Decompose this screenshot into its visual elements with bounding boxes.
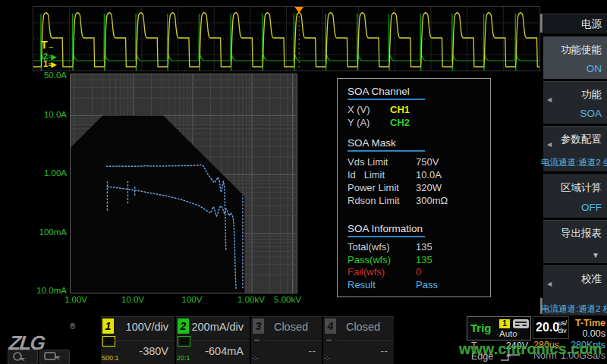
timebase-box[interactable]: 20.0 us/ div [533,316,569,339]
sidebar-scroll-indicator-top[interactable] [540,14,543,33]
divider [115,340,175,341]
rdson-limit-row: Rdson Limit 300mΩ [348,195,486,207]
id-limit-label: Id Limit [348,169,385,180]
channel-4-scale: Closed [338,321,388,333]
trig-label: Trig [470,322,492,334]
channel-2-probe-ratio: 20:1 [177,354,190,362]
channel-3-scale: Closed [266,321,316,333]
sidebar-item-calibration[interactable]: ◀ 校准 电流通道:通道2 校 [543,265,607,318]
soa-information-title: SOA Information [348,223,423,234]
soa-y-channel-row: Y (A) CH2 [348,117,486,129]
channel-1-offset: -380V [116,345,168,357]
calibration-label: 校准 [581,272,602,286]
watermark: www.cntronics.com [459,340,607,358]
total-wfs-label: Total(wfs) [348,241,390,253]
brand-logo: ZLG ® [5,318,99,363]
oscilloscope-screen: { "device": {"brand": "ZLG"}, "icons": {… [0,0,607,364]
fail-wfs-label: Fail(wfs) [348,266,385,278]
channel-4-offset: -- [338,345,388,357]
trigger-dc-coupling-icon [513,319,529,328]
fail-wfs-value: 0 [416,266,421,278]
y-tick-1a: 1.00A [29,168,67,177]
channel-2-scale: 200mA/div [191,321,244,333]
fail-wfs-row: Fail(wfs) 0 [348,266,486,278]
area-calc-value: OFF [581,202,602,213]
tap-gesture-icon[interactable] [39,350,70,364]
function-value: SOA [580,108,602,119]
dc-coupling-icon [178,336,190,347]
rdson-limit-label: Rdson Limit [348,195,400,206]
sidebar-item-parameter-config[interactable]: ◀ 参数配置 电流通道:通道2 坐 [543,126,607,171]
vds-limit-row: Vds Limit 750V [348,156,486,168]
x-tick-5kv: 5.00kV [271,295,304,304]
id-limit-value: 10.0A [416,169,442,180]
channel-3-block[interactable]: 3 – -:- Closed -- [251,316,322,364]
channel-4-badge: 4 [325,318,336,334]
channel-4-block[interactable]: 4 – -:- Closed -- [323,316,394,364]
pass-wfs-value: 135 [416,254,432,265]
waveform-traces [33,7,539,71]
area-calc-label: 区域计算 [561,181,602,195]
x-tick-1kv: 1.00kV [234,295,268,304]
sidebar-item-power[interactable]: 电源 [543,14,607,33]
id-limit-row: Id Limit 10.0A [348,169,486,181]
trigger-status-box[interactable]: Trig 1 Auto [467,316,531,340]
power-limit-label: Power Limit [348,182,399,193]
result-row: Result Pass [348,279,486,291]
mouse-icon [8,350,36,362]
trigger-source-badge: 1 [499,319,510,328]
channel-2-badge: 2 [178,318,189,334]
x-tick-100v: 100V [175,295,209,304]
coupling-off-icon: – [325,336,338,345]
channel-3-probe-ratio: -:- [252,354,259,362]
power-limit-value: 320W [416,182,442,193]
ch1-arrow-icon: ▶ [51,61,56,68]
channel-1-scale: 100V/div [116,321,168,333]
channel-3-offset: -- [266,345,316,357]
y-channel-label: Y (A) [348,117,370,128]
y-channel-value: CH2 [390,117,410,128]
x-tick-1v: 1.00V [59,295,93,304]
channel-1-badge: 1 [102,318,114,334]
dc-coupling-icon [102,336,115,347]
sidebar-item-function[interactable]: ◀ 功能 SOA [543,81,607,124]
section-underline [348,150,425,152]
channel-3-badge: 3 [253,318,264,334]
soa-channel-title: SOA Channel [348,86,410,97]
waveform-overview [33,6,540,71]
pass-wfs-row: Pass(wfs) 135 [348,254,486,266]
channel-2-block[interactable]: 2 20:1 200mA/div -604mA [176,316,250,364]
y-tick-10ma: 10.0mA [29,286,67,295]
total-wfs-row: Total(wfs) 135 [348,241,486,253]
menu-sidebar: 电源 功能使能 ON ◀ 功能 SOA ◀ 参数配置 电流通道:通道2 坐 区域… [540,0,607,322]
t-time-value: 0.00s [569,328,605,339]
x-channel-label: X (V) [348,104,370,115]
divider [337,340,394,341]
export-report-label: 导出报表 [561,227,602,240]
x-channel-value: CH1 [390,104,410,115]
registered-mark-icon: ® [70,322,75,331]
touch-gesture-icon[interactable] [8,350,38,364]
ch1-ground-marker[interactable]: 1≡▶ [43,59,56,68]
chevron-down-icon: ▼ [592,251,599,259]
timebase-scale: 20.0 [536,321,559,334]
t-time-label: T-Time [569,318,605,328]
divider [190,340,250,341]
soa-info-panel: SOA Channel X (V) CH1 Y (A) CH2 SOA Mask… [337,78,491,297]
soa-x-channel-row: X (V) CH1 [348,104,486,116]
coupling-off-icon: – [253,336,266,345]
y-tick-10a: 10.0A [29,110,67,119]
sidebar-item-export-report[interactable]: 导出报表 ▼ [543,220,607,263]
power-label: 电源 [581,17,602,31]
hand-tap-icon [40,350,68,362]
vds-limit-value: 750V [416,156,439,168]
sidebar-item-function-enable[interactable]: 功能使能 ON [543,36,607,79]
parameter-config-subtext: 电流通道:通道2 坐 [541,157,607,168]
power-limit-row: Power Limit 320W [348,182,486,194]
trigger-mode: Auto [499,329,517,338]
trigger-level-marker[interactable]: T→ [41,39,55,51]
parameter-config-label: 参数配置 [561,133,602,146]
sidebar-item-area-calc[interactable]: 区域计算 OFF [543,174,607,218]
channel-1-block[interactable]: 1 500:1 100V/div -380V [101,316,175,364]
section-underline [348,236,425,237]
